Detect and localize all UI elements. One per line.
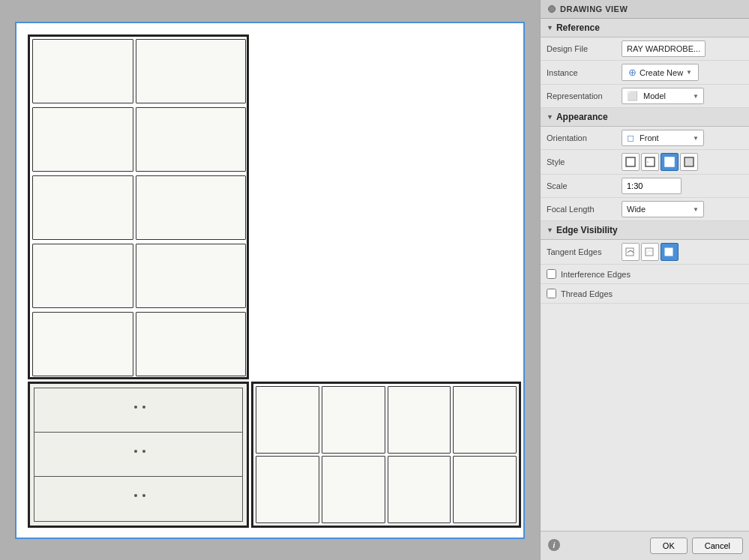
- orientation-value: ◻ Front ▼: [622, 130, 743, 146]
- ok-button[interactable]: OK: [650, 538, 688, 554]
- tangent-remove-btn[interactable]: [661, 243, 679, 261]
- reference-section-header[interactable]: ▼ Reference: [541, 19, 749, 37]
- tangent-edges-row: Tangent Edges: [541, 240, 749, 265]
- shelf-cell: [136, 312, 246, 376]
- tangent-edges-label: Tangent Edges: [547, 247, 622, 256]
- shelf-cell: [453, 456, 517, 523]
- tangent-hide-icon: [645, 247, 655, 257]
- thread-edges-row: Thread Edges: [541, 284, 749, 304]
- lower-left-wardrobe: [28, 382, 249, 528]
- appearance-label: Appearance: [556, 112, 608, 122]
- shelf-cell: [388, 456, 451, 523]
- representation-text: Model: [643, 91, 666, 100]
- svg-rect-1: [646, 157, 655, 166]
- svg-rect-4: [667, 159, 673, 165]
- edge-visibility-label: Edge Visibility: [556, 225, 618, 235]
- orientation-row: Orientation ◻ Front ▼: [541, 127, 749, 150]
- shelf-cell: [32, 39, 133, 103]
- style-icons-group: [622, 153, 698, 171]
- tangent-show-icon: [625, 247, 636, 257]
- focal-length-row: Focal Length Wide ▼: [541, 198, 749, 221]
- style-hidden-btn[interactable]: [641, 153, 659, 171]
- design-file-label: Design File: [547, 44, 622, 53]
- dropdown-arrow-icon: ▼: [693, 206, 699, 213]
- hidden-icon: [645, 157, 655, 167]
- tangent-hide-btn[interactable]: [641, 243, 659, 261]
- style-shaded-btn[interactable]: [661, 153, 679, 171]
- drawer-row: [34, 388, 242, 433]
- thread-edges-label: Thread Edges: [561, 289, 613, 298]
- shelf-cell: [322, 386, 385, 454]
- info-icon[interactable]: i: [548, 539, 560, 551]
- drawer-row: [34, 433, 242, 477]
- wireframe-icon: [625, 157, 636, 167]
- shelf-cell: [32, 244, 133, 308]
- interference-edges-row: Interference Edges: [541, 265, 749, 284]
- focal-length-value: Wide ▼: [622, 201, 743, 217]
- shelf-cell: [388, 386, 451, 454]
- tangent-remove-icon: [664, 247, 675, 257]
- shelf-cell: [322, 456, 385, 523]
- focal-length-label: Focal Length: [547, 205, 622, 214]
- scale-input[interactable]: [622, 178, 682, 194]
- orientation-text: Front: [640, 133, 659, 142]
- instance-label: Instance: [547, 68, 622, 77]
- shelf-cell: [256, 386, 319, 454]
- shelf-cell: [136, 175, 246, 240]
- view-icon: ◻: [627, 133, 634, 143]
- collapse-triangle-icon: ▼: [547, 226, 553, 234]
- shelf-cell: [32, 107, 133, 172]
- appearance-section-header[interactable]: ▼ Appearance: [541, 108, 749, 127]
- focal-length-select[interactable]: Wide ▼: [622, 201, 704, 217]
- panel-title: DRAWING VIEW: [560, 4, 628, 13]
- focal-length-text: Wide: [627, 205, 646, 214]
- instance-row: Instance ⊕ Create New ▼: [541, 61, 749, 85]
- canvas-area: [0, 0, 540, 560]
- panel-header: DRAWING VIEW: [541, 0, 749, 19]
- drawing-viewport: [15, 22, 525, 539]
- model-icon: ⬜: [627, 91, 638, 101]
- design-file-box: RAY WARDROBE...: [622, 40, 706, 57]
- drawer-row: [34, 477, 242, 520]
- lower-left-inner: [34, 388, 243, 522]
- bottom-buttons: i OK Cancel: [541, 531, 749, 560]
- collapse-triangle-icon: ▼: [547, 24, 553, 31]
- tangent-show-btn[interactable]: [622, 243, 640, 261]
- shelf-cell: [136, 39, 246, 103]
- plus-icon: ⊕: [628, 67, 637, 78]
- svg-rect-0: [626, 157, 635, 166]
- shelf-cell: [136, 107, 246, 172]
- shelf-cell: [32, 175, 133, 240]
- interference-edges-checkbox[interactable]: [547, 269, 556, 279]
- representation-row: Representation ⬜ Model ▼: [541, 85, 749, 108]
- panel-status-dot: [548, 5, 556, 13]
- orientation-select[interactable]: ◻ Front ▼: [622, 130, 704, 146]
- cancel-button[interactable]: Cancel: [692, 538, 743, 554]
- thread-edges-checkbox[interactable]: [547, 289, 556, 298]
- reference-label: Reference: [556, 22, 600, 33]
- create-new-label: Create New: [640, 68, 683, 77]
- dropdown-arrow-icon: ▼: [693, 93, 699, 100]
- shelf-cell: [136, 244, 246, 308]
- scale-label: Scale: [547, 181, 622, 190]
- wardrobe-drawing: [28, 34, 515, 529]
- interference-edges-label: Interference Edges: [561, 270, 631, 279]
- style-wireframe-btn[interactable]: [622, 153, 640, 171]
- design-file-value: RAY WARDROBE...: [622, 40, 743, 57]
- dropdown-arrow-icon: ▼: [693, 135, 699, 142]
- shelf-cell: [453, 386, 517, 454]
- create-new-button[interactable]: ⊕ Create New ▼: [622, 64, 699, 81]
- design-file-text: RAY WARDROBE...: [627, 44, 700, 53]
- scale-value: [622, 178, 743, 194]
- instance-value: ⊕ Create New ▼: [622, 64, 743, 81]
- representation-value: ⬜ Model ▼: [622, 88, 743, 104]
- shaded-edges-icon: [684, 157, 694, 167]
- shaded-icon: [664, 157, 675, 167]
- style-shaded-edges-btn[interactable]: [680, 153, 698, 171]
- lower-right-wardrobe: [251, 382, 521, 528]
- representation-select[interactable]: ⬜ Model ▼: [622, 88, 704, 104]
- upper-wardrobe: [28, 34, 249, 379]
- design-file-row: Design File RAY WARDROBE...: [541, 37, 749, 61]
- edge-visibility-section-header[interactable]: ▼ Edge Visibility: [541, 221, 749, 240]
- collapse-triangle-icon: ▼: [547, 113, 553, 121]
